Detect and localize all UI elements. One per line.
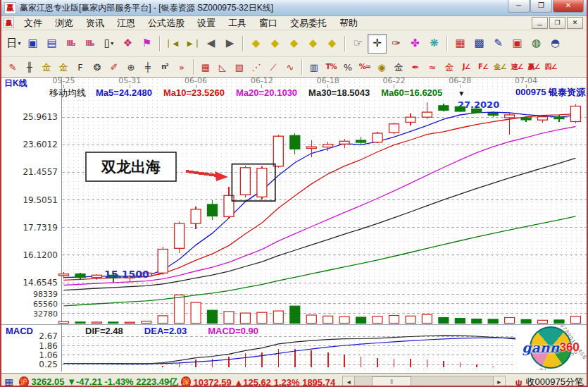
horizontal-scrollbar[interactable]: ◂ ▸ <box>342 376 506 387</box>
gann-box-button[interactable]: ▦ <box>197 59 214 75</box>
price-ruler-button[interactable]: ╪ <box>139 59 156 75</box>
nav-first-button[interactable]: ▏◀ <box>163 34 182 54</box>
menu-浏览[interactable]: 浏览 <box>49 17 80 30</box>
time-cycle-button[interactable]: ⊕ <box>123 59 139 75</box>
flag-mark-button[interactable]: ⚑ <box>137 34 156 54</box>
multi-window-button[interactable]: ▣ <box>23 34 42 54</box>
zoom-in-diamond-button[interactable]: ◆ <box>284 34 304 54</box>
shift-left-diamond-button[interactable]: ◆ <box>246 34 265 54</box>
percent-lines-button[interactable]: %= <box>356 59 373 75</box>
crosshair-button[interactable]: ✛ <box>368 34 387 54</box>
menu-资讯[interactable]: 资讯 <box>80 17 111 30</box>
minute-chart-3-button[interactable]: Ⅲ₃ <box>61 34 80 54</box>
save-web-button[interactable]: ◍ <box>527 34 546 54</box>
save-sync-button[interactable]: ◓ <box>546 34 565 54</box>
svg-text:06-18: 06-18 <box>317 78 339 85</box>
ma-dropdown-icon[interactable]: ▼ <box>458 90 465 97</box>
angle-four-button[interactable]: 四∠ <box>542 59 559 75</box>
scroll-left-arrow[interactable]: ◂ <box>343 376 355 387</box>
menu-公式选股[interactable]: 公式选股 <box>142 17 191 30</box>
shanghai-icon: 沪 <box>19 376 28 387</box>
hand-drag-button[interactable]: ☞ <box>349 34 368 54</box>
close-button[interactable]: ✕ <box>553 0 584 13</box>
nav-next-button[interactable]: ▶ <box>220 34 239 54</box>
more-tools-button[interactable]: » <box>173 59 190 75</box>
calendar-button[interactable]: ▦ <box>451 34 470 54</box>
angle-win-button[interactable]: 赢∠ <box>525 59 542 75</box>
angle-f-button[interactable]: F∠ <box>475 59 492 75</box>
child-close-button[interactable]: ✕ <box>567 17 583 29</box>
candle-style-button[interactable]: ▯▾ <box>99 34 118 54</box>
speed-rays-button[interactable]: ⋰ <box>248 59 265 75</box>
fibonacci-grid-button[interactable]: F <box>72 59 89 75</box>
zoom-out-diamond-icon: ◆ <box>309 38 318 49</box>
magic-tool-button[interactable]: ✤ <box>406 34 425 54</box>
percent-button[interactable]: % <box>339 59 356 75</box>
stats-panel-button[interactable]: ▥ <box>306 59 323 75</box>
chart-area[interactable]: 05-2505-3106-0606-1206-1806-2206-2807-04… <box>1 78 588 373</box>
minute-chart-9-button[interactable]: Ⅲ₉ <box>80 34 99 54</box>
info-f10-button[interactable]: ▤ <box>42 34 61 54</box>
gann-grid-button[interactable]: ▨ <box>231 59 248 75</box>
maximize-button[interactable]: ❐ <box>530 0 552 13</box>
mark-pen-button[interactable]: ✒ <box>407 59 424 75</box>
measure-route-button[interactable]: ✐ <box>106 59 123 75</box>
menu-设置[interactable]: 设置 <box>191 17 222 30</box>
shift-right-diamond-button[interactable]: ◆ <box>265 34 284 54</box>
scrollbar-track[interactable] <box>355 376 493 387</box>
kline-period-button[interactable]: 日▾ <box>4 34 23 54</box>
percent-t-button[interactable]: T% <box>323 59 339 75</box>
menu-交易委托[interactable]: 交易委托 <box>284 17 333 30</box>
minute-chart-9-icon: Ⅲ₉ <box>86 40 94 47</box>
menu-工具[interactable]: 工具 <box>222 17 253 30</box>
ma-legend-value: Ma10=23.5260 <box>163 87 225 98</box>
memo-button[interactable]: ✎ <box>489 34 508 54</box>
smart-tool-button[interactable]: ❋ <box>425 34 444 54</box>
window-title: 赢家江恩专业版[赢家内部服务平台] - [银泰资源 SZ000975-32日K线… <box>20 2 507 14</box>
gold-line-red-button[interactable]: 金 <box>441 59 458 75</box>
pattern-search-button[interactable]: ❖ <box>118 34 137 54</box>
pencil-tool-button[interactable]: ✎ <box>4 59 21 75</box>
title-bar[interactable]: 赢 赢家江恩专业版[赢家内部服务平台] - [银泰资源 SZ000975-32日… <box>1 0 587 16</box>
menu-帮助[interactable]: 帮助 <box>333 17 364 30</box>
nav-prev-button[interactable]: ◀ <box>201 34 220 54</box>
menu-文件[interactable]: 文件 <box>18 17 49 30</box>
save-disk-button[interactable]: ▣ <box>508 34 527 54</box>
dropdown-arrow-icon: ▾ <box>111 40 113 47</box>
scroll-right-arrow[interactable]: ▸ <box>493 376 505 387</box>
gold-circle-button[interactable]: ◉ <box>373 59 390 75</box>
gann-gold-grid2-button[interactable]: 金 <box>55 59 72 75</box>
zoom-out-diamond-button[interactable]: ◆ <box>304 34 323 54</box>
menu-窗口[interactable]: 窗口 <box>253 17 284 30</box>
gann-fan-button[interactable]: ◺ <box>214 59 231 75</box>
measure-tool-button[interactable]: ✑ <box>387 34 406 54</box>
nav-last-button[interactable]: ▶▕ <box>182 34 201 54</box>
overview-diamond-button[interactable]: ◆ <box>323 34 342 54</box>
angle-speed-button[interactable]: 速∠ <box>508 59 525 75</box>
square-of-nine-button[interactable]: n² <box>156 59 173 75</box>
child-restore-button[interactable]: ❐ <box>549 17 565 29</box>
angle-gold-button[interactable]: 金∠ <box>492 59 508 75</box>
spiral-tool-button[interactable]: ❂ <box>89 59 106 75</box>
calculator-button[interactable]: ▩ <box>470 34 489 54</box>
trend-line-button[interactable]: ⟋ <box>265 59 282 75</box>
smart-tool-icon: ❋ <box>430 38 439 49</box>
wave-band-button[interactable]: ≈ <box>424 59 441 75</box>
gold-lines-button[interactable]: 金 <box>390 59 407 75</box>
child-minimize-button[interactable]: ＿ <box>532 17 548 29</box>
multi-window-icon: ▣ <box>27 38 37 49</box>
save-disk-icon: ▣ <box>512 38 522 49</box>
menu-江恩[interactable]: 江恩 <box>111 17 142 30</box>
wave-line-button[interactable]: ∿ <box>282 59 299 75</box>
scrollbar-thumb[interactable] <box>372 376 411 387</box>
dropdown-arrow-icon: ▾ <box>18 40 20 47</box>
calendar-status-icon[interactable]: ▦ <box>4 376 13 387</box>
gold-line-red-icon: 金 <box>445 63 454 72</box>
pencil-tool-icon: ✎ <box>9 63 17 72</box>
minimize-button[interactable]: ─ <box>508 0 530 13</box>
gann-gold-grid-button[interactable]: 金 <box>38 59 55 75</box>
grid-tool-button[interactable]: ╫ <box>21 59 38 75</box>
svg-text:05-31: 05-31 <box>118 78 141 85</box>
angle-j-button[interactable]: J∠ <box>458 59 475 75</box>
zoom-in-diamond-icon: ◆ <box>290 38 299 49</box>
